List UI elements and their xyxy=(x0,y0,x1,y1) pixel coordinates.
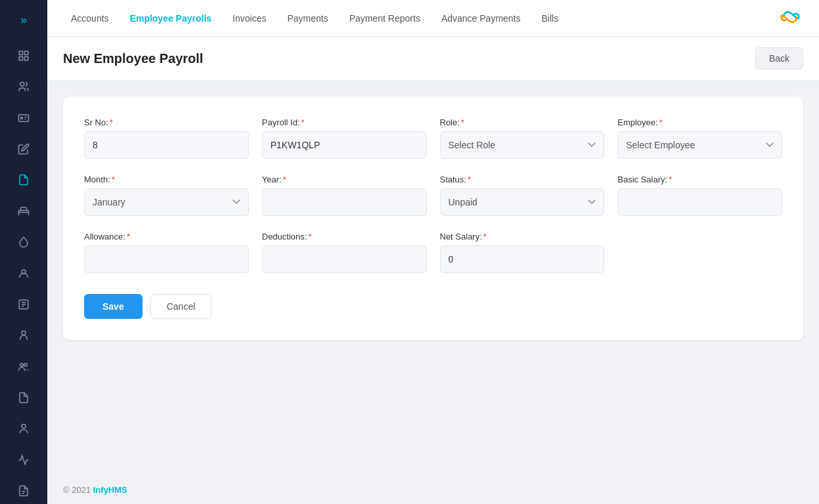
svg-point-12 xyxy=(22,424,26,428)
sidebar: » xyxy=(0,0,47,504)
people-icon[interactable] xyxy=(11,74,37,99)
role-label: Role:* xyxy=(440,117,605,127)
top-navigation: Accounts Employee Payrolls Invoices Paym… xyxy=(47,0,819,37)
person2-icon[interactable] xyxy=(11,323,37,348)
form-grid: Sr No:* Payroll Id:* Role:* xyxy=(84,117,782,273)
form-actions: Save Cancel xyxy=(84,294,782,319)
drop-icon[interactable] xyxy=(11,229,37,255)
footer-brand: InfyHMS xyxy=(93,485,127,495)
payroll-id-input[interactable] xyxy=(262,131,427,159)
net-salary-input[interactable] xyxy=(440,245,605,273)
file2-icon[interactable] xyxy=(11,385,37,410)
sr-no-input[interactable] xyxy=(84,131,249,159)
allowance-group: Allowance:* xyxy=(84,232,249,273)
nav-invoices[interactable]: Invoices xyxy=(225,8,274,29)
year-group: Year:* xyxy=(262,175,427,216)
status-label: Status:* xyxy=(440,175,605,184)
sr-no-label: Sr No:* xyxy=(84,117,249,127)
nav-employee-payrolls[interactable]: Employee Payrolls xyxy=(122,8,220,29)
nav-bills[interactable]: Bills xyxy=(534,8,567,29)
allowance-label: Allowance:* xyxy=(84,232,249,242)
page-title: New Employee Payroll xyxy=(63,51,203,66)
payroll-id-label: Payroll Id:* xyxy=(262,117,427,127)
basic-salary-label: Basic Salary:* xyxy=(617,175,782,184)
status-select[interactable]: Unpaid Paid xyxy=(440,188,605,216)
chart-icon[interactable] xyxy=(11,447,37,472)
nav-payment-reports[interactable]: Payment Reports xyxy=(342,8,428,29)
bed-icon[interactable] xyxy=(11,198,37,224)
svg-rect-0 xyxy=(19,51,22,54)
svg-point-11 xyxy=(24,364,28,367)
svg-rect-3 xyxy=(25,56,28,60)
svg-point-4 xyxy=(20,82,24,86)
save-button[interactable]: Save xyxy=(84,294,143,319)
sidebar-toggle[interactable]: » xyxy=(15,8,32,32)
basic-salary-input[interactable] xyxy=(617,188,782,216)
sr-no-group: Sr No:* xyxy=(84,117,249,159)
status-group: Status:* Unpaid Paid xyxy=(440,175,605,216)
file-icon[interactable] xyxy=(11,167,37,193)
form-card: Sr No:* Payroll Id:* Role:* xyxy=(63,96,803,340)
svg-point-10 xyxy=(20,364,24,367)
cancel-button[interactable]: Cancel xyxy=(150,294,212,319)
year-input[interactable] xyxy=(262,188,427,216)
allowance-input[interactable] xyxy=(84,245,249,273)
net-salary-group: Net Salary:* xyxy=(440,232,605,273)
footer: © 2021 InfyHMS xyxy=(47,476,819,504)
nav-payments[interactable]: Payments xyxy=(279,8,336,29)
svg-rect-1 xyxy=(25,51,28,54)
svg-rect-2 xyxy=(19,56,22,60)
net-salary-label: Net Salary:* xyxy=(440,232,605,242)
payroll-id-group: Payroll Id:* xyxy=(262,117,427,159)
month-group: Month:* January February March April May… xyxy=(84,175,249,216)
dashboard-icon[interactable] xyxy=(11,43,37,68)
basic-salary-group: Basic Salary:* xyxy=(617,175,782,216)
id-card-icon[interactable] xyxy=(11,105,37,131)
nav-accounts[interactable]: Accounts xyxy=(63,8,117,29)
logo xyxy=(777,8,803,29)
back-button[interactable]: Back xyxy=(755,47,803,70)
pen-icon[interactable] xyxy=(11,136,37,161)
deductions-group: Deductions:* xyxy=(262,232,427,273)
report-icon[interactable] xyxy=(11,291,37,317)
month-select[interactable]: January February March April May June Ju… xyxy=(84,188,249,216)
person3-icon[interactable] xyxy=(11,416,37,442)
svg-point-6 xyxy=(21,117,23,119)
svg-point-9 xyxy=(22,331,26,335)
deductions-label: Deductions:* xyxy=(262,232,427,242)
page-header: New Employee Payroll Back xyxy=(47,37,819,81)
month-label: Month:* xyxy=(84,175,249,184)
employee-group: Employee:* Select Employee xyxy=(617,117,782,159)
year-label: Year:* xyxy=(262,175,427,184)
role-group: Role:* Select Role Doctor Nurse Admin Ph… xyxy=(440,117,605,159)
nav-advance-payments[interactable]: Advance Payments xyxy=(433,8,529,29)
employee-label: Employee:* xyxy=(617,117,782,127)
main-content: Accounts Employee Payrolls Invoices Paym… xyxy=(47,0,819,504)
page-content: Sr No:* Payroll Id:* Role:* xyxy=(47,81,819,476)
role-select[interactable]: Select Role Doctor Nurse Admin Pharmacis… xyxy=(440,131,605,159)
employee-select[interactable]: Select Employee xyxy=(617,131,782,159)
person-icon[interactable] xyxy=(11,261,37,286)
deductions-input[interactable] xyxy=(262,245,427,273)
file3-icon[interactable] xyxy=(11,478,37,504)
group-icon[interactable] xyxy=(11,354,37,379)
